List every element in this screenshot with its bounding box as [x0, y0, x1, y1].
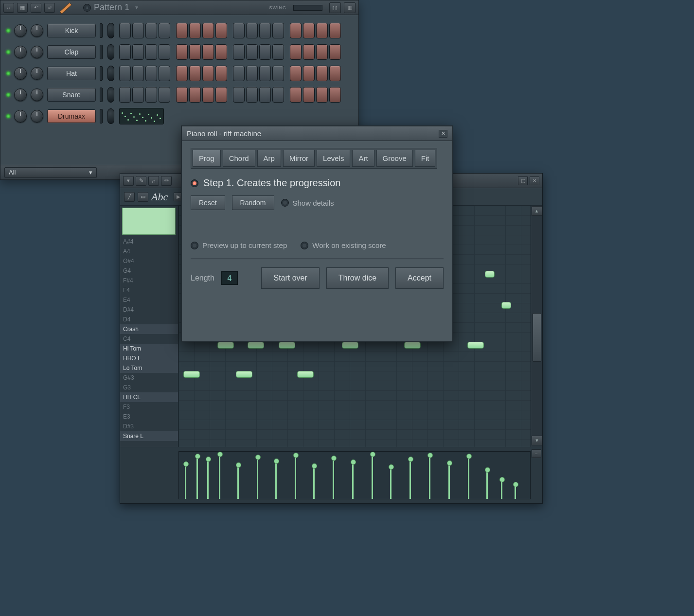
- tool-redo-icon[interactable]: ⤾: [44, 3, 55, 13]
- pattern-thumbnail[interactable]: [122, 208, 176, 235]
- pan-knob[interactable]: [14, 24, 27, 37]
- channel-led[interactable]: [6, 114, 10, 118]
- draw-tool-icon[interactable]: ╱: [124, 192, 135, 202]
- step-cell[interactable]: [233, 44, 245, 60]
- step-cell[interactable]: [272, 66, 284, 81]
- random-button[interactable]: Random: [232, 195, 274, 210]
- riff-tab-chord[interactable]: Chord: [223, 150, 255, 167]
- step-cell[interactable]: [119, 23, 131, 38]
- note-label[interactable]: G#4: [120, 256, 178, 266]
- riff-tab-prog[interactable]: Prog: [193, 150, 221, 167]
- note-label[interactable]: A4: [120, 246, 178, 256]
- step-cell[interactable]: [329, 44, 341, 60]
- riff-titlebar[interactable]: Piano roll - riff machine ✕: [182, 126, 452, 141]
- pattern-dropdown-icon[interactable]: ▼: [134, 5, 139, 10]
- step-active-radio[interactable]: [191, 179, 198, 187]
- scroll-down-icon[interactable]: ▼: [532, 436, 542, 445]
- note-label[interactable]: A#4: [120, 237, 178, 246]
- pan-knob[interactable]: [14, 110, 27, 123]
- velocity-editor[interactable]: [178, 451, 531, 499]
- close-icon[interactable]: ✕: [530, 176, 539, 185]
- velocity-collapse-icon[interactable]: −: [532, 449, 541, 458]
- step-cell[interactable]: [119, 87, 131, 103]
- step-cell[interactable]: [329, 23, 341, 38]
- note-label[interactable]: D#4: [120, 305, 178, 315]
- velocity-stick[interactable]: [207, 459, 209, 499]
- midi-note[interactable]: [404, 342, 421, 349]
- swing-slider[interactable]: [293, 5, 322, 11]
- step-cell[interactable]: [215, 66, 227, 81]
- channel-led[interactable]: [6, 71, 10, 75]
- velocity-stick[interactable]: [468, 456, 469, 499]
- step-cell[interactable]: [233, 87, 245, 103]
- show-details-radio[interactable]: [281, 199, 289, 207]
- pattern-title[interactable]: Pattern 1: [94, 2, 129, 13]
- step-cell[interactable]: [303, 66, 315, 81]
- note-label[interactable]: D4: [120, 315, 178, 324]
- velocity-stick[interactable]: [486, 470, 488, 499]
- riff-tab-levels[interactable]: Levels: [317, 150, 350, 167]
- step-cell[interactable]: [246, 87, 258, 103]
- velocity-stick[interactable]: [409, 459, 411, 499]
- riff-tab-arp[interactable]: Arp: [257, 150, 281, 167]
- wrench-icon[interactable]: ✎: [136, 176, 146, 186]
- channel-led[interactable]: [6, 50, 10, 54]
- velocity-stick[interactable]: [196, 456, 198, 499]
- note-label[interactable]: Snare L: [120, 431, 178, 441]
- step-cell[interactable]: [202, 87, 214, 103]
- midi-note[interactable]: [279, 342, 295, 349]
- volume-knob[interactable]: [31, 88, 43, 101]
- step-cell[interactable]: [215, 87, 227, 103]
- channel-button[interactable]: Hat: [47, 67, 96, 80]
- step-cell[interactable]: [303, 23, 315, 38]
- waveform-preview[interactable]: [119, 108, 164, 124]
- volume-knob[interactable]: [31, 67, 43, 80]
- scroll-thumb[interactable]: [533, 313, 541, 362]
- velocity-stick[interactable]: [372, 454, 373, 499]
- keyboard-view-icon[interactable]: ▥: [344, 2, 356, 13]
- note-label[interactable]: D#3: [120, 422, 178, 431]
- step-cell[interactable]: [215, 44, 227, 60]
- step-cell[interactable]: [246, 66, 258, 81]
- step-cell[interactable]: [119, 66, 131, 81]
- velocity-stick[interactable]: [237, 465, 239, 499]
- note-label[interactable]: C4: [120, 334, 178, 344]
- velocity-stick[interactable]: [352, 462, 354, 499]
- pencil-icon[interactable]: [58, 2, 72, 14]
- step-cell[interactable]: [316, 66, 328, 81]
- preview-radio[interactable]: [191, 242, 198, 249]
- step-cell[interactable]: [259, 44, 271, 60]
- tool-undo-icon[interactable]: ↶: [31, 3, 41, 13]
- step-cell[interactable]: [290, 66, 302, 81]
- add-pattern-icon[interactable]: +: [83, 4, 91, 12]
- note-label[interactable]: F4: [120, 285, 178, 295]
- step-cell[interactable]: [329, 87, 341, 103]
- step-cell[interactable]: [202, 23, 214, 38]
- step-cell[interactable]: [259, 87, 271, 103]
- midi-note[interactable]: [485, 271, 495, 278]
- start-over-button[interactable]: Start over: [261, 267, 319, 289]
- step-cell[interactable]: [189, 87, 201, 103]
- step-cell[interactable]: [316, 87, 328, 103]
- volume-knob[interactable]: [31, 46, 43, 58]
- note-label[interactable]: HH CL: [120, 392, 178, 402]
- note-label[interactable]: Crash: [120, 324, 178, 334]
- magnet-icon[interactable]: ∩: [148, 176, 159, 186]
- volume-knob[interactable]: [31, 110, 43, 123]
- midi-note[interactable]: [342, 342, 358, 349]
- note-label[interactable]: G#3: [120, 373, 178, 383]
- riff-tab-art[interactable]: Art: [352, 150, 374, 167]
- step-cell[interactable]: [176, 66, 188, 81]
- step-cell[interactable]: [290, 44, 302, 60]
- work-existing-radio[interactable]: [301, 242, 308, 249]
- step-cell[interactable]: [145, 44, 157, 60]
- select-tool-icon[interactable]: ▭: [138, 192, 148, 202]
- step-cell[interactable]: [145, 66, 157, 81]
- step-cell[interactable]: [202, 66, 214, 81]
- velocity-stick[interactable]: [501, 479, 502, 499]
- length-display[interactable]: 4: [221, 271, 238, 285]
- pencil-tool-icon[interactable]: ✏: [161, 176, 172, 186]
- step-cell[interactable]: [246, 44, 258, 60]
- throw-dice-button[interactable]: Throw dice: [326, 267, 389, 289]
- step-cell[interactable]: [316, 44, 328, 60]
